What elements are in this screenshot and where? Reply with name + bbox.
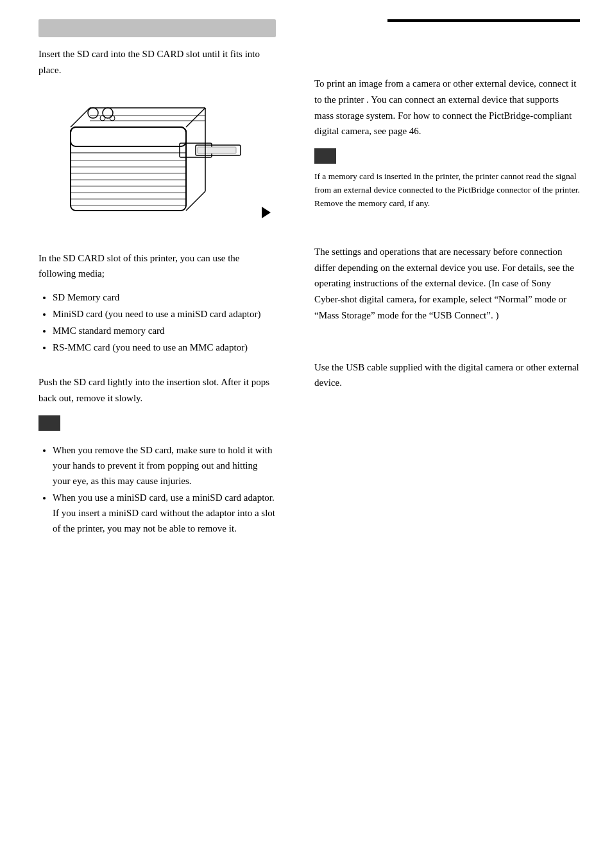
spacer-right7: [314, 345, 580, 360]
spacer-right6: [314, 331, 580, 345]
page: Insert the SD card into the SD CARD slot…: [0, 0, 612, 868]
list-item: MMC standard memory card: [53, 323, 276, 338]
note-block-left: When you remove the SD card, make sure t…: [38, 415, 276, 536]
spacer-right3: [314, 62, 580, 76]
note-list: When you remove the SD card, make sure t…: [38, 442, 276, 536]
push-sd-text: Push the SD card lightly into the insert…: [38, 374, 276, 406]
note-list-item: When you remove the SD card, make sure t…: [53, 442, 276, 489]
svg-point-23: [100, 116, 105, 121]
left-section-header-bar: [38, 19, 276, 37]
pointer-triangle: [262, 207, 271, 218]
media-list: SD Memory card MiniSD card (you need to …: [38, 290, 276, 355]
spacer-right1: [314, 33, 580, 48]
list-item: SD Memory card: [53, 290, 276, 305]
note-block-right: If a memory card is inserted in the prin…: [314, 148, 580, 211]
printer-svg: [58, 89, 257, 230]
svg-line-16: [71, 108, 90, 127]
note-list-item: When you use a miniSD card, use a miniSD…: [53, 490, 276, 536]
spacer-right5: [314, 230, 580, 244]
note-text-right: If a memory card is inserted in the prin…: [314, 170, 580, 211]
svg-rect-15: [198, 147, 236, 153]
insert-sd-text: Insert the SD card into the SD CARD slot…: [38, 46, 276, 78]
svg-point-2: [88, 108, 98, 118]
svg-line-19: [186, 191, 205, 211]
spacer-right2: [314, 48, 580, 62]
right-column: To print an image from a camera or other…: [295, 0, 612, 868]
svg-line-17: [186, 108, 205, 127]
right-section-header-bar: [387, 19, 580, 22]
svg-point-3: [103, 108, 113, 118]
media-intro-text: In the SD CARD slot of this printer, you…: [38, 250, 276, 282]
list-item: MiniSD card (you need to use a miniSD ca…: [53, 306, 276, 322]
spacer1: [38, 236, 276, 250]
spacer-right4: [314, 216, 580, 230]
device-illustration: [38, 89, 276, 230]
spacer2: [38, 360, 276, 374]
left-column: Insert the SD card into the SD CARD slot…: [0, 0, 295, 868]
usb-cable-text: Use the USB cable supplied with the digi…: [314, 360, 580, 392]
settings-text: The settings and operations that are nec…: [314, 244, 580, 324]
note-square-icon: [38, 415, 60, 431]
print-from-camera-text: To print an image from a camera or other…: [314, 76, 580, 139]
note-square-right-icon: [314, 148, 336, 164]
svg-rect-0: [71, 127, 186, 211]
svg-rect-1: [71, 127, 186, 146]
list-item: RS-MMC card (you need to use an MMC adap…: [53, 340, 276, 355]
